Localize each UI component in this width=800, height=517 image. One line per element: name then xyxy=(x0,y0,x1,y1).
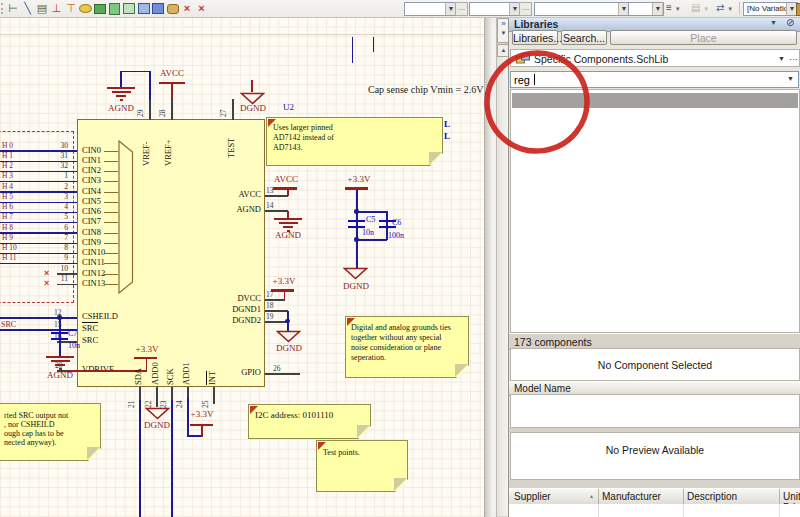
column-supplier[interactable]: Supplier xyxy=(514,491,551,502)
agnd-power-port[interactable]: AGND xyxy=(101,104,141,113)
note-test-points[interactable]: Test points. xyxy=(316,440,408,492)
pin-number: 9 xyxy=(38,254,68,262)
device-sheet-icon[interactable] xyxy=(137,1,151,15)
p33-power-port[interactable]: +3.3V xyxy=(184,410,220,419)
net-label[interactable]: H 4 xyxy=(2,183,13,191)
note-src-output[interactable]: rted SRC output not , nor CSHEILD ough c… xyxy=(0,403,101,461)
cap-c5-ref[interactable]: C5 xyxy=(366,216,375,224)
annotate-icon[interactable] xyxy=(166,1,180,15)
place-line-icon[interactable]: ╲ xyxy=(21,1,35,15)
dgnd-power-port[interactable]: DGND xyxy=(270,344,308,353)
splitter[interactable] xyxy=(509,480,800,488)
dgnd-power-port[interactable]: DGND xyxy=(235,104,271,113)
selected-empty-row[interactable] xyxy=(512,93,798,108)
components-list[interactable] xyxy=(510,89,800,333)
no-erc-icon[interactable]: × xyxy=(180,1,194,15)
small-combo[interactable]: ▼ xyxy=(628,2,664,16)
ellipsis-button[interactable]: … xyxy=(455,2,468,16)
pin-name: CIN4 xyxy=(82,187,101,196)
wire xyxy=(120,71,121,87)
grid-combo[interactable]: ▼ xyxy=(404,2,457,16)
ellipsis-button[interactable]: … xyxy=(519,2,532,16)
pin-number: 21 xyxy=(128,390,136,408)
sheet-entry-icon[interactable] xyxy=(122,1,136,15)
cap-sense-annotation[interactable]: Cap sense chip Vmin = 2.6V xyxy=(368,85,483,95)
code-symbol-icon[interactable] xyxy=(151,1,165,15)
net-label[interactable]: H 8 xyxy=(2,224,13,232)
cap-c7-ref[interactable]: C7 xyxy=(68,330,77,338)
pin-name: INT xyxy=(208,359,217,385)
net-label[interactable]: H 2 xyxy=(2,162,13,170)
avcc-power-port[interactable]: AVCC xyxy=(154,69,190,78)
panel-pin-icon[interactable]: ⊘ xyxy=(786,17,794,28)
net-label[interactable]: H 11 xyxy=(2,254,17,262)
p33-power-port[interactable]: +3.3V xyxy=(129,345,165,354)
avcc-power-port[interactable]: AVCC xyxy=(267,175,305,184)
pin-21 xyxy=(139,387,140,401)
vcc-power-port-icon[interactable]: ⊤ xyxy=(64,1,78,15)
cap-c6-value[interactable]: 100n xyxy=(388,232,404,240)
search-button[interactable]: Search... xyxy=(561,30,607,45)
pin-22 xyxy=(156,387,157,407)
agnd-power-port[interactable]: AGND xyxy=(40,371,80,380)
net-label[interactable]: H 0 xyxy=(2,142,13,150)
net-label-src[interactable]: SRC xyxy=(1,321,16,329)
net-label[interactable]: H 6 xyxy=(2,203,13,211)
p33-power-port[interactable]: +3.3V xyxy=(341,175,377,184)
net-label[interactable]: H 9 xyxy=(2,234,13,242)
model-list[interactable] xyxy=(510,394,800,428)
place-pin-icon[interactable]: ⊢ xyxy=(6,1,20,15)
wire-sda xyxy=(139,400,140,517)
dgnd-power-port[interactable]: DGND xyxy=(336,282,376,291)
p33-power-port[interactable]: +3.3V xyxy=(266,277,302,286)
sheet-symbol-icon[interactable] xyxy=(108,1,122,15)
pin-name: CIN3 xyxy=(82,176,101,185)
altium-schematic-window: 29VREF-AGND28VREF+AVCC27TESTDGND13AVCCAV… xyxy=(0,0,800,517)
net-label[interactable]: H 5 xyxy=(2,193,13,201)
variations-combo[interactable]: [No Variations]▼ xyxy=(743,2,798,16)
dim-grid-menu-icon[interactable]: ▤ ▼ xyxy=(691,2,709,13)
net-label[interactable]: H 3 xyxy=(2,172,13,180)
wire xyxy=(121,71,151,72)
net-label[interactable]: H 1 xyxy=(2,152,13,160)
cap-c6-ref[interactable]: C6 xyxy=(392,219,401,227)
more-button[interactable]: … xyxy=(789,52,798,62)
scrollbar-track[interactable] xyxy=(497,57,508,516)
pin-29 xyxy=(149,99,150,120)
place-button[interactable]: Place xyxy=(610,30,797,45)
note-i2c-address[interactable]: I2C address: 0101110 xyxy=(248,404,371,439)
note-ad7142[interactable]: Uses larger pinned AD7142 instead of AD7… xyxy=(266,117,443,166)
filter-chevron-down-icon[interactable]: ▼ xyxy=(787,75,794,82)
chevron-down-icon[interactable]: ▼ xyxy=(778,55,785,62)
note-grounds[interactable]: Digital and analog grounds ties together… xyxy=(345,316,469,378)
transform-menu-icon[interactable]: ⇄ ▼ xyxy=(716,2,733,13)
clipped-icon[interactable] xyxy=(796,3,800,16)
filter-input[interactable] xyxy=(510,71,799,88)
ground-bars-icon xyxy=(112,91,131,93)
dgnd-power-port[interactable]: DGND xyxy=(138,421,176,430)
pin-name: DGND1 xyxy=(213,305,261,314)
gnd-power-port-icon[interactable]: ⊥ xyxy=(50,1,64,15)
net-label[interactable]: H 10 xyxy=(2,244,17,252)
net-label[interactable]: H 7 xyxy=(2,213,13,221)
scale-combo[interactable]: ▼ xyxy=(469,2,521,16)
wide-combo[interactable]: ▼ xyxy=(534,2,630,16)
agnd-power-port[interactable]: AGND xyxy=(268,231,308,240)
align-menu-icon[interactable]: ≡ ▼ xyxy=(666,2,681,13)
libraries-button[interactable]: Libraries... xyxy=(512,30,558,45)
pin-tick xyxy=(104,274,118,275)
panel-menu-chevron-icon[interactable]: ▼ xyxy=(770,19,777,26)
wire xyxy=(146,359,147,371)
no-erc-alt-icon[interactable]: × xyxy=(195,1,209,15)
net-label-icon[interactable]: ▤ xyxy=(35,1,49,15)
pin-name: CIN13 xyxy=(82,279,105,288)
place-ellipse-icon[interactable] xyxy=(79,1,93,15)
column-description[interactable]: Description xyxy=(687,491,737,502)
cap-c7-value[interactable]: 10n xyxy=(68,342,80,350)
designator-u2[interactable]: U2 xyxy=(283,103,294,112)
place-part-icon[interactable] xyxy=(93,1,107,15)
cap-c5-value[interactable]: 10n xyxy=(362,229,374,237)
library-dropdown[interactable]: Specific Components.SchLib ▼ … xyxy=(510,49,800,67)
pin-number: 20 xyxy=(55,362,63,370)
column-manufacturer[interactable]: Manufacturer xyxy=(602,491,661,502)
